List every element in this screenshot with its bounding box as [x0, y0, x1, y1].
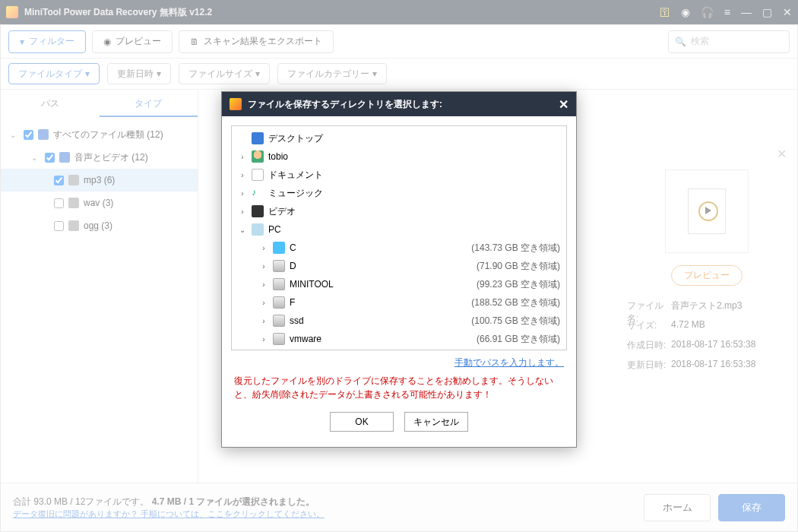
document-icon [252, 169, 264, 181]
drive-icon [273, 315, 285, 327]
drive-size: (143.73 GB 空き領域) [471, 242, 560, 255]
dir-drive[interactable]: ›F(188.52 GB 空き領域) [232, 293, 566, 312]
cancel-button[interactable]: キャンセル [404, 412, 468, 432]
chevron-right-icon: › [238, 153, 247, 161]
modal-close-icon[interactable]: ✕ [559, 97, 568, 112]
drive-name: D [290, 261, 472, 271]
drive-icon [273, 242, 285, 254]
chevron-down-icon: ⌄ [238, 226, 247, 234]
drive-name: ssd [290, 315, 467, 326]
chevron-right-icon: › [259, 335, 268, 344]
drive-name: C [290, 242, 467, 253]
chevron-right-icon: › [238, 189, 247, 198]
user-icon [252, 150, 264, 163]
chevron-right-icon: › [259, 317, 268, 325]
drive-size: (100.75 GB 空き領域) [471, 315, 560, 328]
drive-icon [273, 260, 285, 272]
chevron-right-icon: › [259, 262, 268, 271]
pc-icon [252, 223, 264, 236]
chevron-right-icon: › [238, 207, 247, 216]
save-directory-modal: ファイルを保存するディレクトリを選択します: ✕ デスクトップ ›tobio ›… [221, 91, 577, 448]
dir-drive[interactable]: ›C(143.73 GB 空き領域) [232, 239, 566, 257]
drive-size: (99.23 GB 空き領域) [477, 278, 560, 291]
chevron-right-icon: › [259, 299, 268, 307]
ok-button[interactable]: OK [330, 412, 394, 432]
warning-text: 復元したファイルを別のドライブに保存することをお勧めします。そうしないと、紛失/… [231, 374, 567, 409]
drive-name: vmware [290, 334, 472, 344]
dir-pc[interactable]: ⌄PC [232, 220, 566, 239]
drive-icon [273, 333, 285, 345]
modal-logo-icon [230, 98, 242, 110]
dir-drive[interactable]: ›vmware(66.91 GB 空き領域) [232, 330, 566, 348]
modal-overlay: ファイルを保存するディレクトリを選択します: ✕ デスクトップ ›tobio ›… [0, 0, 798, 532]
directory-tree: デスクトップ ›tobio ›ドキュメント ›♪ミュージック ›ビデオ ⌄PC … [231, 125, 567, 350]
drive-icon [273, 296, 285, 309]
drive-icon [273, 278, 285, 290]
video-icon [252, 205, 264, 217]
dir-video[interactable]: ›ビデオ [232, 202, 566, 220]
drive-size: (66.91 GB 空き領域) [477, 333, 560, 346]
drive-name: MINITOOL [290, 279, 472, 290]
dir-documents[interactable]: ›ドキュメント [232, 166, 566, 184]
dir-drive[interactable]: ›D(71.90 GB 空き領域) [232, 257, 566, 275]
dir-drive[interactable]: ›MINITOOL(99.23 GB 空き領域) [232, 275, 566, 293]
drive-size: (188.52 GB 空き領域) [471, 296, 560, 309]
dir-drive[interactable]: ›ssd(100.75 GB 空き領域) [232, 312, 566, 330]
dir-music[interactable]: ›♪ミュージック [232, 184, 566, 202]
manual-path-link[interactable]: 手動でパスを入力します。 [454, 357, 564, 368]
dir-user[interactable]: ›tobio [232, 147, 566, 166]
drive-name: F [290, 297, 467, 308]
dir-desktop[interactable]: デスクトップ [232, 129, 566, 147]
chevron-right-icon: › [238, 171, 247, 179]
modal-title: ファイルを保存するディレクトリを選択します: [248, 98, 559, 111]
music-icon: ♪ [252, 187, 264, 199]
drive-size: (71.90 GB 空き領域) [477, 260, 560, 273]
chevron-right-icon: › [259, 280, 268, 289]
folder-icon [252, 132, 264, 144]
chevron-right-icon: › [259, 244, 268, 252]
